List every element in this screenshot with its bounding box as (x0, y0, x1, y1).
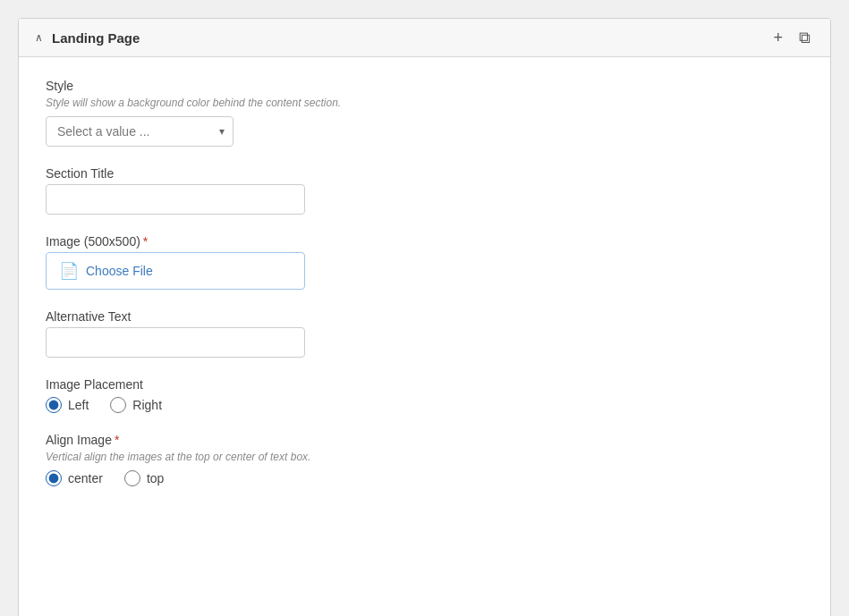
file-upload-icon: 📄 (59, 261, 79, 281)
section-title-input[interactable] (46, 184, 305, 215)
align-top-label: top (147, 471, 164, 485)
panel-title: Landing Page (52, 30, 140, 46)
required-star: * (143, 234, 148, 249)
placement-right-label: Right (132, 398, 162, 412)
align-center-radio[interactable] (46, 470, 62, 486)
align-top-radio[interactable] (124, 470, 140, 486)
align-required-star: * (115, 433, 119, 447)
alt-text-label: Alternative Text (46, 309, 803, 324)
style-select[interactable]: Select a value ... Option 1 Option 2 (46, 116, 233, 147)
section-title-form-group: Section Title (46, 166, 803, 215)
align-center-option[interactable]: center (46, 470, 103, 486)
style-form-group: Style Style will show a background color… (46, 79, 803, 147)
panel-header: ∧ Landing Page + ⧉ (19, 19, 830, 57)
alt-text-input[interactable] (46, 327, 305, 358)
placement-left-option[interactable]: Left (46, 397, 89, 413)
align-image-hint: Vertical align the images at the top or … (46, 451, 803, 463)
image-form-group: Image (500x500)* 📄 Choose File (46, 234, 803, 290)
choose-file-button[interactable]: 📄 Choose File (46, 252, 305, 290)
align-center-label: center (68, 471, 103, 485)
align-image-radio-group: center top (46, 470, 803, 486)
style-label: Style (46, 79, 803, 93)
placement-left-radio[interactable] (46, 397, 62, 413)
landing-page-panel: ∧ Landing Page + ⧉ Style Style will show… (18, 18, 831, 616)
style-hint: Style will show a background color behin… (46, 97, 803, 109)
section-title-label: Section Title (46, 166, 803, 181)
align-image-label: Align Image* (46, 433, 803, 447)
placement-right-radio[interactable] (110, 397, 126, 413)
image-placement-label: Image Placement (46, 377, 803, 392)
choose-file-label: Choose File (86, 264, 153, 278)
image-placement-radio-group: Left Right (46, 397, 803, 413)
placement-left-label: Left (68, 398, 89, 412)
panel-header-left: ∧ Landing Page (35, 30, 140, 46)
align-top-option[interactable]: top (124, 470, 164, 486)
image-label: Image (500x500)* (46, 234, 803, 249)
placement-right-option[interactable]: Right (110, 397, 162, 413)
style-select-wrapper: Select a value ... Option 1 Option 2 ▾ (46, 116, 233, 147)
add-button[interactable]: + (769, 28, 786, 47)
copy-button[interactable]: ⧉ (795, 28, 814, 47)
panel-header-actions: + ⧉ (769, 28, 814, 47)
panel-body: Style Style will show a background color… (19, 57, 830, 527)
image-placement-form-group: Image Placement Left Right (46, 377, 803, 413)
collapse-icon[interactable]: ∧ (35, 31, 43, 44)
align-image-form-group: Align Image* Vertical align the images a… (46, 433, 803, 486)
alt-text-form-group: Alternative Text (46, 309, 803, 358)
